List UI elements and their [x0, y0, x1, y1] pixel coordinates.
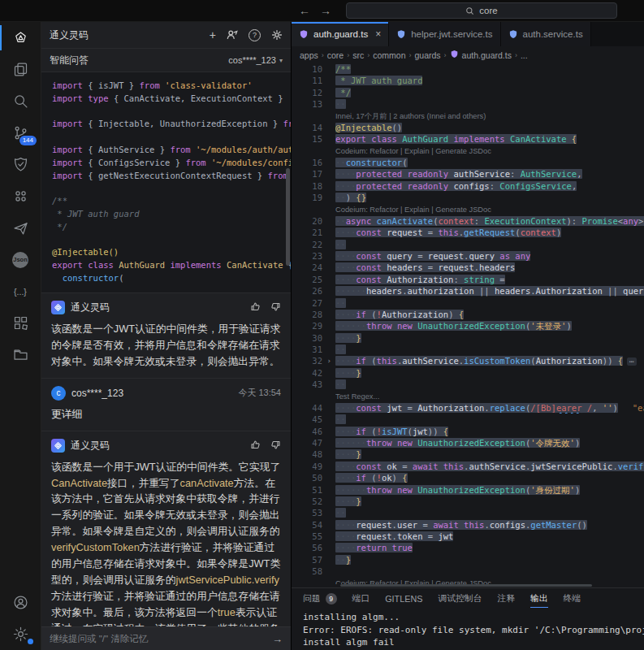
panel-tab-端口[interactable]: 端口 — [352, 588, 370, 609]
code-line: 53·· — [292, 507, 644, 518]
activity-search-icon[interactable] — [0, 85, 41, 117]
editor-tab-auth.guard.ts[interactable]: auth.guard.ts× — [292, 22, 389, 46]
nav-forward-icon[interactable]: → — [320, 0, 331, 21]
ai-message: 通义灵码该函数是一个JWT认证的中间件类，用于验证请求的令牌是否有效，并将用户信… — [41, 292, 291, 378]
line-number: 45 — [292, 414, 322, 425]
breadcrumb-item-guards[interactable]: guards — [414, 50, 440, 60]
breadcrumb-item-apps[interactable]: apps — [300, 50, 318, 60]
panel-tab-调试控制台[interactable]: 调试控制台 — [438, 588, 482, 609]
activity-extensions-grid-icon[interactable] — [0, 307, 41, 339]
activity-accounts-icon[interactable] — [0, 587, 41, 618]
line-number: 57 — [292, 554, 322, 566]
activity-bar: 144Json{...} — [0, 22, 41, 650]
breadcrumb-item-src[interactable]: src — [352, 50, 364, 60]
panel-tab-bar: 问题9端口GITLENS调试控制台注释输出终端 — [292, 588, 644, 609]
code-line: 25····const Authorization: string = — [292, 274, 644, 285]
code-line: 45·· — [292, 414, 644, 425]
line-number: 49 — [292, 461, 322, 472]
breadcrumb-separator: › — [322, 51, 324, 59]
activity-live-share-icon[interactable] — [0, 212, 41, 244]
send-icon[interactable]: → — [272, 633, 283, 645]
activity-explorer-icon[interactable] — [0, 54, 41, 85]
activity-testing-icon[interactable] — [0, 149, 41, 180]
line-number: 15 — [292, 133, 322, 145]
line-number: 28 — [292, 309, 322, 320]
panel-tab-问题[interactable]: 问题9 — [303, 588, 337, 609]
panel-tab-注释[interactable]: 注释 — [497, 588, 515, 609]
chat-input-placeholder: 继续提问或 "/" 清除记忆 — [50, 633, 267, 645]
breadcrumb-item-...[interactable]: ... — [521, 50, 528, 60]
line-number: 24 — [292, 262, 322, 273]
line-number: 51 — [292, 484, 322, 496]
line-number: 50 — [292, 472, 322, 483]
activity-hub-icon[interactable] — [0, 180, 41, 212]
activity-source-control-icon[interactable]: 144 — [0, 117, 41, 149]
tongyi-logo-icon — [51, 439, 65, 453]
settings-notification-dot — [28, 639, 33, 644]
line-number: 14 — [292, 122, 322, 133]
tab-label: auth.service.ts — [523, 29, 583, 39]
panel-tab-终端[interactable]: 终端 — [564, 588, 581, 609]
editor-tab-bar: auth.guard.ts×helper.jwt.service.tsauth.… — [292, 22, 644, 46]
code-line: 16··constructor( — [292, 157, 644, 168]
breadcrumb-separator: › — [347, 51, 349, 59]
breadcrumb-item-core[interactable]: core — [327, 50, 344, 60]
command-center-search[interactable]: core — [346, 2, 617, 19]
new-chat-icon[interactable]: + — [210, 29, 216, 41]
chat-scrollbar[interactable] — [286, 168, 290, 266]
close-icon[interactable]: × — [375, 28, 381, 40]
codelens-row: Codeium: Refactor | Explain | Generate J… — [292, 204, 644, 215]
breadcrumb-separator: › — [515, 51, 517, 59]
chat-mode-label: 智能问答 — [50, 54, 89, 67]
output-line: Error: EROFS: read-only file system, mkd… — [303, 624, 644, 637]
code-editor[interactable]: 10/**11 * JWT auth guard12 */13··Innei, … — [292, 63, 644, 584]
message-timestamp: 今天 13:54 — [238, 387, 281, 399]
thumbs-up-icon[interactable] — [250, 301, 261, 315]
activity-snippets-icon[interactable]: {...} — [0, 275, 41, 307]
code-line: 57··} — [292, 554, 644, 566]
output-console[interactable]: installing algm...Error: EROFS: read-onl… — [292, 609, 644, 650]
account-switcher[interactable]: cos****_123 ▾ — [228, 55, 283, 65]
line-number: 55 — [292, 531, 322, 542]
line-number: 47 — [292, 437, 322, 448]
breadcrumb-separator: › — [444, 51, 447, 59]
user-message: ccos****_123今天 13:54更详细 — [41, 378, 291, 431]
thumbs-down-icon[interactable] — [270, 439, 281, 453]
activity-settings-icon[interactable] — [0, 618, 41, 650]
chat-scroll-area[interactable]: import { isJWT } from 'class-validator'i… — [41, 72, 291, 626]
editor-tab-helper.jwt.service.ts[interactable]: helper.jwt.service.ts — [389, 22, 500, 46]
line-number: 25 — [292, 274, 322, 285]
message-body: 更详细 — [51, 406, 281, 422]
folded-code-ellipsis[interactable]: ⋯ — [627, 358, 636, 366]
thumbs-down-icon[interactable] — [270, 301, 281, 315]
inlay-hint: "earer": — [633, 403, 644, 413]
breadcrumb-item-common[interactable]: common — [373, 50, 405, 60]
line-number: 31 — [292, 344, 322, 355]
user-avatar: c — [51, 386, 66, 401]
horizontal-scrollbar[interactable] — [292, 584, 644, 587]
code-line: 21····const request = this.getRequest(co… — [292, 227, 644, 238]
breadcrumb-item-auth.guard.ts[interactable]: auth.guard.ts — [462, 50, 512, 60]
code-line: 32 ›····if (this.authService.isCustomTok… — [292, 355, 644, 366]
panel-tab-输出[interactable]: 输出 — [530, 588, 548, 609]
editor-tab-auth.service.ts[interactable]: auth.service.ts — [501, 22, 591, 46]
fold-chevron-icon[interactable]: › — [322, 355, 335, 366]
activity-json-tool-icon[interactable]: Json — [0, 244, 41, 275]
breadcrumb[interactable]: apps›core›src›common›guards›auth.guard.t… — [292, 46, 644, 63]
message-body: 该函数是一个JWT认证的中间件类，用于验证请求的令牌是否有效，并将用户信息和令牌… — [51, 321, 281, 370]
feedback-person-icon[interactable] — [227, 29, 238, 41]
line-number: 18 — [292, 180, 322, 192]
panel-tab-GITLENS[interactable]: GITLENS — [385, 588, 422, 609]
code-line: 47······throw new UnauthorizedException(… — [292, 437, 644, 448]
activity-tongyi-lingma-icon[interactable] — [0, 22, 41, 54]
line-number: 20 — [292, 215, 322, 227]
help-icon[interactable]: ? — [249, 29, 261, 41]
chat-input[interactable]: 继续提问或 "/" 清除记忆 → — [41, 626, 291, 650]
activity-remote-folder-icon[interactable] — [0, 339, 41, 370]
line-number — [292, 391, 322, 402]
nav-back-icon[interactable]: ← — [299, 0, 310, 21]
thumbs-up-icon[interactable] — [250, 439, 261, 453]
chat-settings-gear-icon[interactable] — [271, 29, 283, 41]
code-line: 24····const headers = request.headers — [292, 262, 644, 273]
line-number: 43 — [292, 379, 322, 390]
